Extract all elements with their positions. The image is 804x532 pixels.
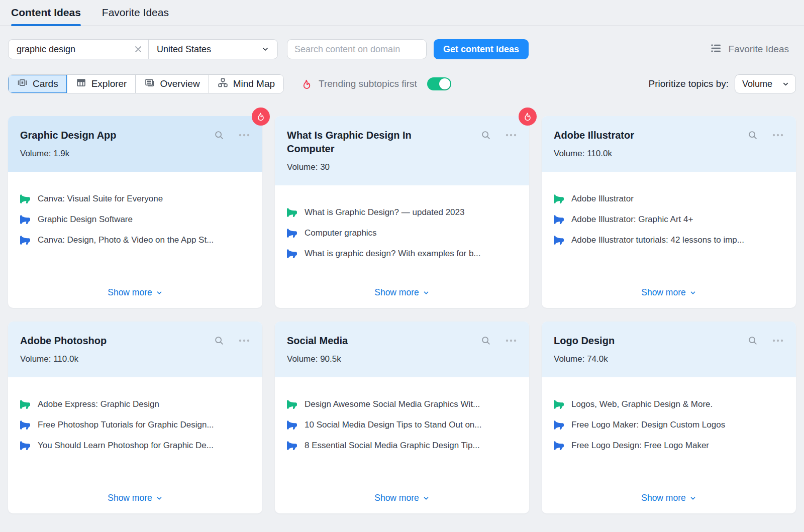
prioritize-select[interactable]: Volume <box>735 74 796 93</box>
topic-card-what-is-graphic-design-in-computer: What Is Graphic Design In Computer Volum… <box>275 116 529 308</box>
cards-grid: Graphic Design App Volume: 1.9k Canva: V… <box>0 116 804 513</box>
megaphone-icon <box>20 215 30 225</box>
megaphone-icon <box>554 420 564 430</box>
headline-item[interactable]: Canva: Visual Suite for Everyone <box>20 194 250 204</box>
topic-search-input[interactable] <box>16 44 134 55</box>
card-menu-icon[interactable] <box>505 133 517 137</box>
country-select[interactable]: United States <box>149 40 277 59</box>
headline-item[interactable]: Canva: Design, Photo & Video on the App … <box>20 235 250 245</box>
cards-icon <box>17 77 28 90</box>
show-more-label: Show more <box>108 493 152 503</box>
view-label: Mind Map <box>233 78 275 89</box>
card-menu-icon[interactable] <box>772 133 784 137</box>
card-menu-icon[interactable] <box>505 339 517 343</box>
view-mindmap-button[interactable]: Mind Map <box>209 75 283 93</box>
card-header: Graphic Design App Volume: 1.9k <box>8 116 262 172</box>
flame-icon <box>301 78 313 90</box>
tab-content-ideas[interactable]: Content Ideas <box>11 0 81 25</box>
megaphone-icon <box>287 207 297 218</box>
headline-item[interactable]: 10 Social Media Design Tips to Stand Out… <box>287 420 517 430</box>
headline-text: Canva: Design, Photo & Video on the App … <box>38 235 214 245</box>
headline-item[interactable]: Adobe Express: Graphic Design <box>20 399 250 409</box>
list-icon <box>710 42 722 57</box>
megaphone-icon <box>554 235 564 245</box>
show-more-button[interactable]: Show more <box>108 287 163 298</box>
card-volume: Volume: 1.9k <box>20 149 250 159</box>
headline-item[interactable]: You Should Learn Photoshop for Graphic D… <box>20 441 250 451</box>
headline-text: Free Photoshop Tutorials for Graphic Des… <box>38 420 214 430</box>
toggle-knob <box>439 78 450 89</box>
headline-item[interactable]: Logos, Web, Graphic Design & More. <box>554 399 784 409</box>
chevron-down-icon <box>782 80 789 88</box>
headline-item[interactable]: Graphic Design Software <box>20 215 250 225</box>
card-header: Adobe Photoshop Volume: 110.0k <box>8 322 262 377</box>
clear-icon[interactable] <box>134 45 142 53</box>
headline-item[interactable]: What is Graphic Design? — updated 2023 <box>287 207 517 218</box>
chevron-down-icon <box>689 289 696 296</box>
view-switcher: Cards Explorer Overview Mind Map <box>8 74 284 93</box>
card-header: Logo Design Volume: 74.0k <box>542 322 796 377</box>
chevron-down-icon <box>689 495 696 502</box>
headline-item[interactable]: What is graphic design? With examples fo… <box>287 249 517 259</box>
chevron-down-icon <box>261 45 269 53</box>
card-menu-icon[interactable] <box>238 339 250 343</box>
headline-item[interactable]: Adobe Illustrator: Graphic Art 4+ <box>554 215 784 225</box>
domain-search-input[interactable] <box>287 39 427 59</box>
view-label: Cards <box>33 78 58 89</box>
headline-text: Adobe Express: Graphic Design <box>38 399 159 409</box>
topic-card-graphic-design-app: Graphic Design App Volume: 1.9k Canva: V… <box>8 116 262 308</box>
trending-label: Trending subtopics first <box>319 78 417 89</box>
trending-badge-icon <box>252 108 270 126</box>
card-header-actions <box>480 335 517 346</box>
headline-item[interactable]: Free Logo Design: Free Logo Maker <box>554 441 784 451</box>
headline-item[interactable]: Free Photoshop Tutorials for Graphic Des… <box>20 420 250 430</box>
card-body: Logos, Web, Graphic Design & More. Free … <box>542 377 796 513</box>
headline-item[interactable]: Free Logo Maker: Design Custom Logos <box>554 420 784 430</box>
show-more-button[interactable]: Show more <box>108 493 163 503</box>
card-body: What is Graphic Design? — updated 2023 C… <box>275 185 529 308</box>
headline-text: Free Logo Maker: Design Custom Logos <box>571 420 725 430</box>
headline-text: Free Logo Design: Free Logo Maker <box>571 441 709 451</box>
megaphone-icon <box>20 194 30 204</box>
card-search-icon[interactable] <box>214 130 225 141</box>
trending-toggle[interactable] <box>427 77 451 90</box>
headline-item[interactable]: Adobe Illustrator tutorials: 42 lessons … <box>554 235 784 245</box>
headline-item[interactable]: Computer graphics <box>287 228 517 238</box>
card-search-icon[interactable] <box>480 335 491 346</box>
card-search-icon[interactable] <box>747 130 758 141</box>
show-more-button[interactable]: Show more <box>374 287 430 298</box>
favorite-ideas-link[interactable]: Favorite Ideas <box>710 42 789 57</box>
megaphone-icon <box>287 249 297 259</box>
card-search-icon[interactable] <box>480 130 491 141</box>
get-content-ideas-button[interactable]: Get content ideas <box>434 39 529 59</box>
view-cards-button[interactable]: Cards <box>9 75 67 93</box>
card-search-icon[interactable] <box>214 335 225 346</box>
megaphone-icon <box>554 441 564 451</box>
view-explorer-button[interactable]: Explorer <box>67 75 136 93</box>
headline-item[interactable]: Design Awesome Social Media Graphics Wit… <box>287 399 517 409</box>
megaphone-icon <box>287 420 297 430</box>
show-more-button[interactable]: Show more <box>641 493 696 503</box>
show-more-button[interactable]: Show more <box>374 493 430 503</box>
card-menu-icon[interactable] <box>238 133 250 137</box>
megaphone-icon <box>20 235 30 245</box>
card-body: Adobe Illustrator Adobe Illustrator: Gra… <box>542 172 796 308</box>
headline-text: Canva: Visual Suite for Everyone <box>38 194 163 204</box>
tab-favorite-ideas[interactable]: Favorite Ideas <box>102 0 169 25</box>
headline-item[interactable]: 8 Essential Social Media Graphic Design … <box>287 441 517 451</box>
topic-card-logo-design: Logo Design Volume: 74.0k Logos, Web, Gr… <box>542 322 796 513</box>
headline-item[interactable]: Adobe Illustrator <box>554 194 784 204</box>
card-header: Adobe Illustrator Volume: 110.0k <box>542 116 796 172</box>
megaphone-icon <box>20 399 30 409</box>
prioritize-control: Prioritize topics by: Volume <box>649 74 796 93</box>
card-search-icon[interactable] <box>747 335 758 346</box>
view-overview-button[interactable]: Overview <box>136 75 209 93</box>
card-body: Adobe Express: Graphic Design Free Photo… <box>8 377 262 513</box>
card-title: Social Media <box>287 334 438 348</box>
card-body: Canva: Visual Suite for Everyone Graphic… <box>8 172 262 308</box>
chevron-down-icon <box>423 495 430 502</box>
tab-label: Content Ideas <box>11 7 81 19</box>
topic-card-social-media: Social Media Volume: 90.5k Design Awesom… <box>275 322 529 513</box>
card-menu-icon[interactable] <box>772 339 784 343</box>
show-more-button[interactable]: Show more <box>641 287 696 298</box>
